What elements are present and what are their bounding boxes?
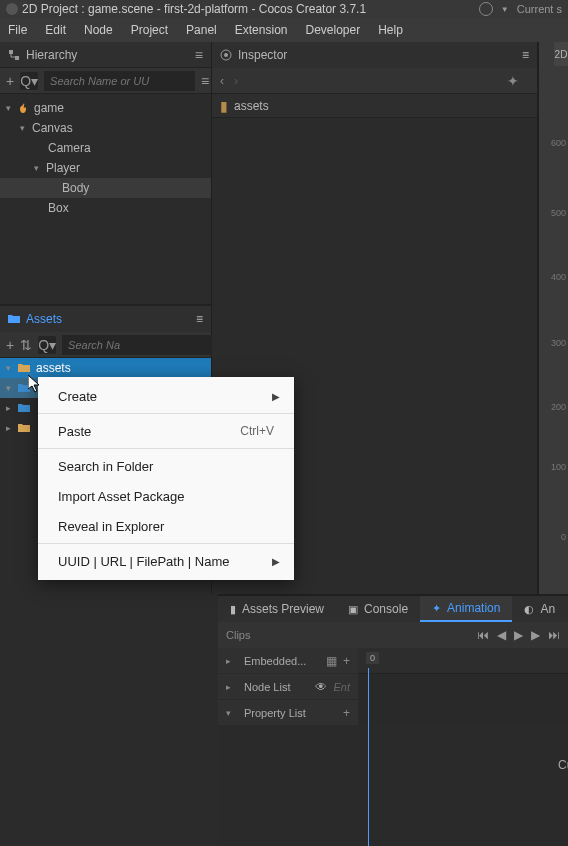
tree-item-player[interactable]: ▾ Player — [0, 158, 211, 178]
folder-icon — [18, 383, 30, 393]
hierarchy-tree: ▾ game ▾ Canvas Camera ▾ Player Body Box — [0, 94, 211, 304]
asset-item-assets[interactable]: ▾ assets — [0, 358, 211, 378]
menu-panel[interactable]: Panel — [186, 23, 217, 37]
timeline-header: Clips ⏮ ◀ ▶ ▶ ⏭ — [218, 622, 568, 648]
ruler-mark: 400 — [551, 272, 566, 282]
add-node-button[interactable]: + — [6, 72, 14, 90]
add-asset-button[interactable]: + — [6, 336, 14, 354]
step-forward-icon[interactable]: ▶ — [531, 628, 540, 642]
skip-back-icon[interactable]: ⏮ — [477, 628, 489, 642]
eye-icon[interactable]: 👁 — [315, 680, 327, 694]
context-menu: Create ▶ Paste Ctrl+V Search in Folder I… — [38, 377, 294, 580]
caret-right-icon[interactable]: ▸ — [226, 682, 236, 692]
tab-an[interactable]: ◐ An — [512, 596, 567, 622]
tab-console[interactable]: ▣ Console — [336, 596, 420, 622]
menu-help[interactable]: Help — [378, 23, 403, 37]
tree-item-box[interactable]: Box — [0, 198, 211, 218]
nav-back-icon[interactable]: ‹ — [220, 74, 224, 88]
folder-icon — [18, 423, 30, 433]
svg-rect-0 — [9, 50, 13, 54]
window-title: 2D Project : game.scene - first-2d-platf… — [22, 2, 366, 16]
node-list-row[interactable]: ▸ Node List 👁 Ent — [218, 674, 358, 700]
property-list-row[interactable]: ▾ Property List + — [218, 700, 358, 726]
app-logo-icon — [6, 3, 18, 15]
pin-icon[interactable]: ✦ — [507, 73, 519, 89]
folder-icon — [18, 403, 30, 413]
folder-icon — [8, 314, 20, 324]
bottom-tabs: ▮ Assets Preview ▣ Console ✦ Animation ◐… — [218, 596, 568, 622]
ctx-reveal-explorer[interactable]: Reveal in Explorer — [38, 511, 294, 541]
caret-right-icon[interactable]: ▸ — [6, 403, 16, 413]
inspector-nav: ‹ › ✦ — [212, 68, 537, 94]
ruler-mark: 200 — [551, 402, 566, 412]
caret-down-icon[interactable]: ▾ — [226, 708, 236, 718]
assets-toolbar: + ⇅ Q▾ ≡ ↻ — [0, 332, 211, 358]
menu-file[interactable]: File — [8, 23, 27, 37]
skip-forward-icon[interactable]: ⏭ — [548, 628, 560, 642]
caret-down-icon[interactable]: ▾ — [20, 123, 30, 133]
playback-controls: ⏮ ◀ ▶ ▶ ⏭ — [477, 628, 560, 642]
ruler-mark: 100 — [551, 462, 566, 472]
tab-animation[interactable]: ✦ Animation — [420, 596, 512, 622]
menu-bar: File Edit Node Project Panel Extension D… — [0, 18, 568, 42]
hierarchy-menu-icon[interactable]: ≡ — [195, 47, 203, 63]
folder-icon: ▮ — [220, 98, 228, 114]
preview-icon[interactable] — [479, 2, 493, 16]
ctx-import-package[interactable]: Import Asset Package — [38, 481, 294, 511]
caret-down-icon[interactable]: ▾ — [34, 163, 44, 173]
scene-icon — [18, 102, 30, 114]
assets-search-input[interactable] — [62, 335, 213, 355]
menu-project[interactable]: Project — [131, 23, 168, 37]
playhead-icon[interactable] — [368, 668, 369, 846]
tree-item-game[interactable]: ▾ game — [0, 98, 211, 118]
ruler-mark: 600 — [551, 138, 566, 148]
chevron-down-icon[interactable]: ▼ — [501, 5, 509, 14]
add-icon[interactable]: + — [343, 706, 350, 720]
step-back-icon[interactable]: ◀ — [497, 628, 506, 642]
timeline-message: Current node does not have — [558, 758, 568, 772]
separator — [38, 413, 294, 414]
caret-right-icon[interactable]: ▸ — [226, 656, 236, 666]
menu-node[interactable]: Node — [84, 23, 113, 37]
inspector-title: Inspector — [238, 48, 287, 62]
hierarchy-search-input[interactable] — [44, 71, 195, 91]
caret-right-icon[interactable]: ▸ — [6, 423, 16, 433]
hierarchy-list-icon[interactable]: ≡ — [201, 72, 209, 90]
tree-item-body[interactable]: Body — [0, 178, 211, 198]
caret-down-icon[interactable]: ▾ — [6, 103, 16, 113]
embedded-row[interactable]: ▸ Embedded... ▦ + — [218, 648, 358, 674]
sort-icon[interactable]: ⇅ — [20, 336, 32, 354]
tree-item-canvas[interactable]: ▾ Canvas — [0, 118, 211, 138]
timeline-marker[interactable]: 0 — [366, 652, 379, 664]
menu-edit[interactable]: Edit — [45, 23, 66, 37]
folder-icon — [18, 363, 30, 373]
clips-label: Clips — [226, 629, 250, 641]
caret-down-icon[interactable]: ▾ — [6, 383, 16, 393]
search-icon[interactable]: Q▾ — [20, 72, 38, 90]
breadcrumb-label: assets — [234, 99, 269, 113]
menu-developer[interactable]: Developer — [305, 23, 360, 37]
svg-rect-1 — [15, 56, 19, 60]
nav-forward-icon[interactable]: › — [234, 74, 238, 88]
submenu-arrow-icon: ▶ — [272, 391, 280, 402]
bottom-panel: ▮ Assets Preview ▣ Console ✦ Animation ◐… — [218, 594, 568, 846]
play-icon[interactable]: ▶ — [514, 628, 523, 642]
tree-item-camera[interactable]: Camera — [0, 138, 211, 158]
assets-menu-icon[interactable]: ≡ — [196, 312, 203, 326]
ruler-mark: 0 — [561, 532, 566, 542]
menu-extension[interactable]: Extension — [235, 23, 288, 37]
ctx-paste[interactable]: Paste Ctrl+V — [38, 416, 294, 446]
caret-down-icon[interactable]: ▾ — [6, 363, 16, 373]
tab-assets-preview[interactable]: ▮ Assets Preview — [218, 596, 336, 622]
inspector-menu-icon[interactable]: ≡ — [522, 48, 529, 62]
timeline-ruler[interactable]: 0 — [358, 648, 568, 674]
scene-2d-tab[interactable]: 2D — [554, 42, 568, 66]
timeline-track-area[interactable]: 0 Current node does not have — [358, 648, 568, 726]
ctx-create[interactable]: Create ▶ — [38, 381, 294, 411]
search-icon[interactable]: Q▾ — [38, 336, 56, 354]
ctx-search-folder[interactable]: Search in Folder — [38, 451, 294, 481]
add-icon[interactable]: + — [343, 654, 350, 668]
current-scene-label: Current s — [517, 3, 562, 15]
hierarchy-panel-header: Hierarchy ≡ — [0, 42, 211, 68]
ctx-uuid[interactable]: UUID | URL | FilePath | Name ▶ — [38, 546, 294, 576]
